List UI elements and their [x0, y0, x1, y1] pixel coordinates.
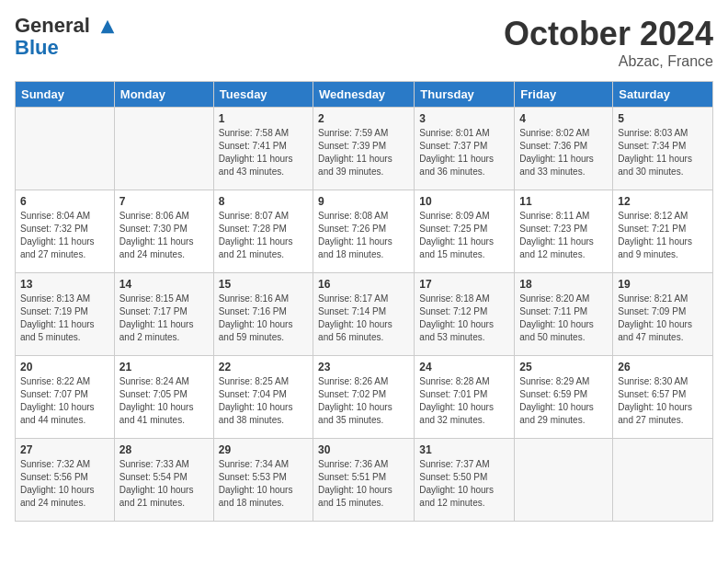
calendar-cell: 7Sunrise: 8:06 AMSunset: 7:30 PMDaylight…	[114, 190, 213, 273]
day-number: 23	[318, 361, 409, 373]
calendar-cell: 21Sunrise: 8:24 AMSunset: 7:05 PMDayligh…	[114, 356, 213, 439]
day-number: 25	[519, 361, 608, 373]
cell-sun-info: Sunrise: 8:13 AMSunset: 7:19 PMDaylight:…	[20, 293, 109, 344]
cell-sun-info: Sunrise: 7:33 AMSunset: 5:54 PMDaylight:…	[119, 458, 209, 510]
day-number: 13	[20, 278, 109, 291]
day-number: 9	[318, 195, 409, 208]
day-number: 5	[618, 112, 708, 125]
cell-sun-info: Sunrise: 8:25 AMSunset: 7:04 PMDaylight:…	[219, 375, 308, 427]
day-number: 28	[119, 443, 209, 456]
column-header-tuesday: Tuesday	[213, 82, 313, 108]
calendar-cell: 1Sunrise: 7:58 AMSunset: 7:41 PMDaylight…	[213, 108, 313, 190]
calendar-week-row: 13Sunrise: 8:13 AMSunset: 7:19 PMDayligh…	[16, 273, 713, 356]
cell-sun-info: Sunrise: 8:08 AMSunset: 7:26 PMDaylight:…	[318, 210, 409, 261]
calendar-cell: 4Sunrise: 8:02 AMSunset: 7:36 PMDaylight…	[515, 108, 613, 190]
calendar-cell: 5Sunrise: 8:03 AMSunset: 7:34 PMDaylight…	[613, 108, 713, 190]
day-number: 11	[519, 195, 608, 208]
cell-sun-info: Sunrise: 8:06 AMSunset: 7:30 PMDaylight:…	[119, 210, 209, 261]
cell-sun-info: Sunrise: 8:01 AMSunset: 7:37 PMDaylight:…	[419, 127, 509, 178]
cell-sun-info: Sunrise: 7:32 AMSunset: 5:56 PMDaylight:…	[20, 458, 109, 510]
column-header-thursday: Thursday	[415, 82, 515, 108]
cell-sun-info: Sunrise: 8:21 AMSunset: 7:09 PMDaylight:…	[618, 293, 708, 344]
day-number: 17	[419, 278, 509, 291]
day-number: 4	[519, 112, 608, 125]
day-number: 1	[219, 112, 308, 125]
day-number: 18	[519, 278, 608, 291]
cell-sun-info: Sunrise: 8:17 AMSunset: 7:14 PMDaylight:…	[318, 293, 409, 344]
svg-marker-0	[101, 20, 115, 34]
page-header: General Blue October 2024 Abzac, France	[15, 15, 713, 70]
calendar-cell: 14Sunrise: 8:15 AMSunset: 7:17 PMDayligh…	[114, 273, 213, 356]
location-subtitle: Abzac, France	[504, 53, 713, 70]
logo-icon	[97, 17, 118, 37]
calendar-cell: 6Sunrise: 8:04 AMSunset: 7:32 PMDaylight…	[16, 190, 115, 273]
column-header-saturday: Saturday	[613, 82, 713, 108]
month-title: October 2024	[504, 15, 713, 53]
cell-sun-info: Sunrise: 8:15 AMSunset: 7:17 PMDaylight:…	[119, 293, 209, 344]
day-number: 26	[618, 361, 708, 373]
cell-sun-info: Sunrise: 8:26 AMSunset: 7:02 PMDaylight:…	[318, 375, 409, 427]
calendar-cell: 3Sunrise: 8:01 AMSunset: 7:37 PMDaylight…	[415, 108, 515, 190]
column-header-sunday: Sunday	[16, 82, 115, 108]
column-header-wednesday: Wednesday	[313, 82, 415, 108]
calendar-cell: 17Sunrise: 8:18 AMSunset: 7:12 PMDayligh…	[415, 273, 515, 356]
day-number: 12	[618, 195, 708, 208]
day-number: 21	[119, 361, 209, 373]
cell-sun-info: Sunrise: 8:09 AMSunset: 7:25 PMDaylight:…	[419, 210, 509, 261]
day-number: 15	[219, 278, 308, 291]
cell-sun-info: Sunrise: 7:58 AMSunset: 7:41 PMDaylight:…	[219, 127, 308, 178]
cell-sun-info: Sunrise: 8:28 AMSunset: 7:01 PMDaylight:…	[419, 375, 509, 427]
calendar-cell: 10Sunrise: 8:09 AMSunset: 7:25 PMDayligh…	[415, 190, 515, 273]
day-number: 2	[318, 112, 409, 125]
cell-sun-info: Sunrise: 8:22 AMSunset: 7:07 PMDaylight:…	[20, 375, 109, 427]
day-number: 30	[318, 443, 409, 456]
cell-sun-info: Sunrise: 8:20 AMSunset: 7:11 PMDaylight:…	[519, 293, 608, 344]
calendar-cell: 15Sunrise: 8:16 AMSunset: 7:16 PMDayligh…	[213, 273, 313, 356]
cell-sun-info: Sunrise: 8:07 AMSunset: 7:28 PMDaylight:…	[219, 210, 308, 261]
column-header-monday: Monday	[114, 82, 213, 108]
logo-text-general: General	[15, 14, 90, 37]
calendar-cell: 27Sunrise: 7:32 AMSunset: 5:56 PMDayligh…	[16, 439, 115, 522]
day-number: 22	[219, 361, 308, 373]
calendar-cell: 19Sunrise: 8:21 AMSunset: 7:09 PMDayligh…	[613, 273, 713, 356]
calendar-cell: 31Sunrise: 7:37 AMSunset: 5:50 PMDayligh…	[415, 439, 515, 522]
cell-sun-info: Sunrise: 8:30 AMSunset: 6:57 PMDaylight:…	[618, 375, 708, 427]
calendar-cell: 24Sunrise: 8:28 AMSunset: 7:01 PMDayligh…	[415, 356, 515, 439]
calendar-cell	[515, 439, 613, 522]
calendar-cell: 20Sunrise: 8:22 AMSunset: 7:07 PMDayligh…	[16, 356, 115, 439]
calendar-cell	[16, 108, 115, 190]
calendar-cell	[613, 439, 713, 522]
calendar-cell: 28Sunrise: 7:33 AMSunset: 5:54 PMDayligh…	[114, 439, 213, 522]
day-number: 27	[20, 443, 109, 456]
cell-sun-info: Sunrise: 8:02 AMSunset: 7:36 PMDaylight:…	[519, 127, 608, 178]
calendar-cell: 29Sunrise: 7:34 AMSunset: 5:53 PMDayligh…	[213, 439, 313, 522]
calendar-cell: 16Sunrise: 8:17 AMSunset: 7:14 PMDayligh…	[313, 273, 415, 356]
day-number: 29	[219, 443, 308, 456]
logo: General Blue	[15, 15, 118, 59]
calendar-week-row: 27Sunrise: 7:32 AMSunset: 5:56 PMDayligh…	[16, 439, 713, 522]
calendar-cell: 25Sunrise: 8:29 AMSunset: 6:59 PMDayligh…	[515, 356, 613, 439]
day-number: 16	[318, 278, 409, 291]
calendar-cell: 12Sunrise: 8:12 AMSunset: 7:21 PMDayligh…	[613, 190, 713, 273]
calendar-cell: 13Sunrise: 8:13 AMSunset: 7:19 PMDayligh…	[16, 273, 115, 356]
calendar-cell: 23Sunrise: 8:26 AMSunset: 7:02 PMDayligh…	[313, 356, 415, 439]
day-number: 24	[419, 361, 509, 373]
calendar-week-row: 1Sunrise: 7:58 AMSunset: 7:41 PMDaylight…	[16, 108, 713, 190]
calendar-cell: 26Sunrise: 8:30 AMSunset: 6:57 PMDayligh…	[613, 356, 713, 439]
cell-sun-info: Sunrise: 8:29 AMSunset: 6:59 PMDaylight:…	[519, 375, 608, 427]
calendar-cell: 22Sunrise: 8:25 AMSunset: 7:04 PMDayligh…	[213, 356, 313, 439]
cell-sun-info: Sunrise: 8:03 AMSunset: 7:34 PMDaylight:…	[618, 127, 708, 178]
day-number: 8	[219, 195, 308, 208]
calendar-cell	[114, 108, 213, 190]
calendar-cell: 30Sunrise: 7:36 AMSunset: 5:51 PMDayligh…	[313, 439, 415, 522]
calendar-cell: 9Sunrise: 8:08 AMSunset: 7:26 PMDaylight…	[313, 190, 415, 273]
cell-sun-info: Sunrise: 7:34 AMSunset: 5:53 PMDaylight:…	[219, 458, 308, 510]
logo-text-blue: Blue	[15, 37, 118, 59]
column-header-friday: Friday	[515, 82, 613, 108]
cell-sun-info: Sunrise: 7:36 AMSunset: 5:51 PMDaylight:…	[318, 458, 409, 510]
day-number: 6	[20, 195, 109, 208]
calendar-table: SundayMondayTuesdayWednesdayThursdayFrid…	[15, 81, 713, 522]
cell-sun-info: Sunrise: 8:18 AMSunset: 7:12 PMDaylight:…	[419, 293, 509, 344]
calendar-week-row: 20Sunrise: 8:22 AMSunset: 7:07 PMDayligh…	[16, 356, 713, 439]
cell-sun-info: Sunrise: 8:16 AMSunset: 7:16 PMDaylight:…	[219, 293, 308, 344]
